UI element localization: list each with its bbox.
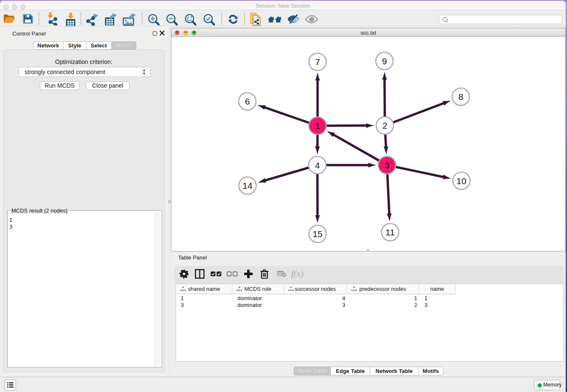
svg-text:3: 3 bbox=[385, 160, 390, 170]
svg-text:2: 2 bbox=[383, 121, 388, 130]
svg-text:15: 15 bbox=[313, 229, 322, 239]
svg-text:10: 10 bbox=[457, 176, 466, 186]
svg-text:1: 1 bbox=[315, 121, 320, 131]
svg-text:8: 8 bbox=[458, 92, 463, 102]
svg-text:14: 14 bbox=[242, 181, 253, 190]
svg-text:7: 7 bbox=[315, 57, 320, 67]
svg-text:9: 9 bbox=[382, 56, 387, 66]
svg-text:11: 11 bbox=[385, 227, 395, 237]
svg-text:6: 6 bbox=[245, 97, 250, 106]
svg-text:4: 4 bbox=[315, 160, 320, 170]
